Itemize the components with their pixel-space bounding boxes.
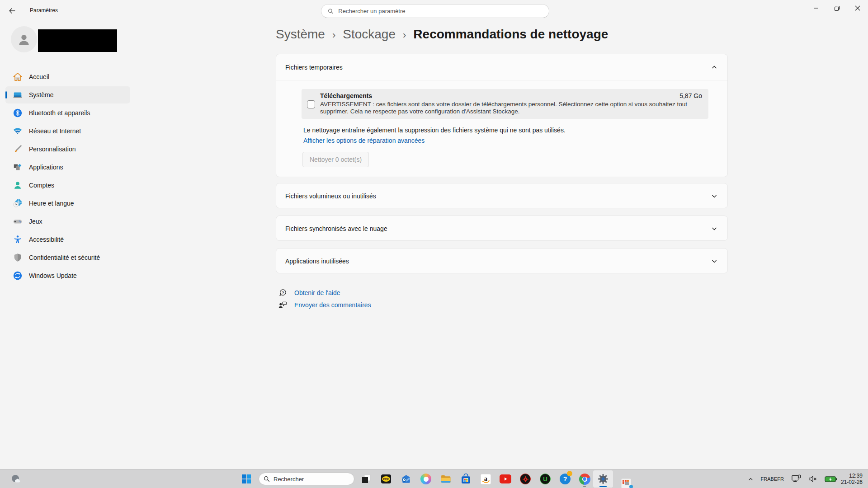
start-button[interactable] [241, 473, 252, 485]
home-icon [13, 72, 23, 82]
restore-button[interactable] [826, 0, 847, 16]
youtube-button[interactable] [500, 473, 511, 485]
user-avatar[interactable] [11, 26, 37, 52]
sidebar-nav: Accueil Système Bluetooth et appareils R… [5, 68, 130, 285]
large-files-header[interactable]: Fichiers volumineux ou inutilisés [276, 183, 727, 209]
tray-chevron-up-icon [748, 476, 754, 482]
sidebar-item-label: Applications [29, 164, 63, 171]
close-button[interactable] [847, 0, 868, 16]
sidebar-item-accessibilite[interactable]: Accessibilité [5, 231, 130, 248]
settings-search-input[interactable] [338, 8, 542, 14]
red-gear-app-button[interactable] [519, 473, 531, 485]
sidebar-item-label: Accessibilité [29, 236, 64, 243]
microsoft-store-icon [460, 474, 472, 485]
bluetooth-icon [13, 108, 23, 118]
u-app-button[interactable]: U [539, 473, 551, 485]
sidebar-item-label: Système [29, 91, 53, 99]
sidebar-item-label: Confidentialité et sécurité [29, 254, 100, 261]
sidebar-item-heure-langue[interactable]: Heure et langue [5, 195, 130, 212]
battery-tray-button[interactable] [825, 476, 837, 483]
pdf-app-button[interactable]: PDF [380, 473, 392, 485]
sidebar-item-label: Comptes [29, 182, 54, 189]
feedback-icon [278, 300, 287, 310]
accessibility-icon [13, 235, 23, 244]
svg-text:a: a [484, 475, 487, 482]
tray-overflow-button[interactable] [748, 476, 754, 482]
language-line2: BEFR [771, 476, 784, 482]
task-view-button[interactable] [360, 473, 372, 485]
sidebar-item-comptes[interactable]: Comptes [5, 177, 130, 194]
question-app-button[interactable]: ? [559, 473, 571, 485]
language-indicator[interactable]: FRA BEFR [761, 476, 784, 482]
feedback-label: Envoyer des commentaires [294, 301, 371, 309]
large-files-title: Fichiers volumineux ou inutilisés [285, 192, 376, 200]
personalization-icon [13, 144, 23, 154]
youtube-icon [500, 474, 511, 483]
task-view-icon [361, 474, 372, 484]
svg-text:?: ? [282, 291, 284, 295]
sidebar-item-jeux[interactable]: Jeux [5, 213, 130, 230]
sidebar-item-reseau[interactable]: Réseau et Internet [5, 122, 130, 140]
chevron-down-icon [711, 258, 717, 264]
unused-apps-card: Applications inutilisées [276, 248, 728, 273]
temp-files-title: Fichiers temporaires [285, 64, 343, 71]
file-explorer-button[interactable] [440, 473, 452, 485]
copilot-button[interactable] [420, 473, 432, 485]
battery-charging-icon [825, 476, 837, 483]
cloud-synced-files-title: Fichiers synchronisés avec le nuage [285, 225, 387, 232]
breadcrumb-systeme[interactable]: Système [276, 27, 325, 42]
breadcrumb-stockage[interactable]: Stockage [343, 27, 396, 42]
breadcrumb: Système › Stockage › Recommandations de … [276, 27, 608, 42]
cloud-synced-files-header[interactable]: Fichiers synchronisés avec le nuage [276, 216, 727, 241]
clean-button[interactable]: Nettoyer 0 octet(s) [302, 152, 369, 167]
sidebar-item-applications[interactable]: Applications [5, 159, 130, 176]
copilot-icon [420, 474, 431, 484]
search-icon [328, 8, 334, 14]
privacy-shield-icon [13, 253, 23, 263]
outlook-button[interactable] [400, 473, 412, 485]
unused-apps-header[interactable]: Applications inutilisées [276, 249, 727, 274]
unused-apps-title: Applications inutilisées [285, 258, 349, 265]
partial-dragged-icon[interactable] [621, 479, 634, 488]
network-icon [13, 126, 23, 136]
volume-tray-button[interactable] [808, 475, 817, 483]
settings-search-box[interactable] [321, 4, 549, 18]
advanced-repair-link[interactable]: Afficher les options de réparation avanc… [303, 137, 425, 144]
settings-gear-icon [598, 474, 609, 484]
sidebar-item-confidentialite[interactable]: Confidentialité et sécurité [5, 249, 130, 266]
large-files-card: Fichiers volumineux ou inutilisés [276, 183, 728, 208]
weather-cloudy-icon [10, 474, 21, 484]
downloads-row: Téléchargements 5,87 Go AVERTISSEMENT : … [302, 89, 708, 119]
gaming-icon [13, 216, 23, 226]
minimize-button[interactable] [806, 0, 826, 16]
windows-update-icon [13, 271, 23, 281]
taskbar-search[interactable]: Rechercher [259, 473, 354, 485]
downloads-size: 5,87 Go [679, 92, 702, 99]
settings-app-button-active[interactable] [593, 470, 613, 488]
network-tray-button[interactable] [791, 474, 801, 483]
sidebar-item-systeme[interactable]: Système [5, 86, 130, 103]
start-icon [241, 474, 251, 484]
sidebar-item-bluetooth[interactable]: Bluetooth et appareils [5, 104, 130, 122]
sidebar-item-personnalisation[interactable]: Personnalisation [5, 141, 130, 158]
running-indicator [583, 486, 586, 487]
get-help-link[interactable]: ? Obtenir de l'aide [278, 288, 340, 297]
u-app-icon: U [540, 474, 551, 484]
microsoft-store-button[interactable] [460, 473, 472, 485]
sidebar-item-accueil[interactable]: Accueil [5, 68, 130, 85]
downloads-checkbox[interactable] [307, 100, 315, 108]
svg-text:PDF: PDF [383, 478, 389, 481]
sidebar-item-windows-update[interactable]: Windows Update [5, 267, 130, 284]
volume-muted-icon [808, 475, 817, 483]
temp-files-header[interactable]: Fichiers temporaires [276, 54, 727, 80]
chevron-up-icon [711, 64, 717, 70]
clock[interactable]: 12:39 21-02-26 [841, 473, 863, 485]
app-title: Paramètres [30, 7, 58, 14]
outlook-icon [401, 474, 412, 485]
back-button[interactable] [6, 5, 18, 17]
widgets-weather-button[interactable] [10, 473, 22, 485]
chrome-button[interactable] [579, 473, 590, 485]
amazon-button[interactable]: a [480, 473, 491, 485]
accounts-icon [13, 180, 23, 190]
feedback-link[interactable]: Envoyer des commentaires [278, 300, 371, 310]
